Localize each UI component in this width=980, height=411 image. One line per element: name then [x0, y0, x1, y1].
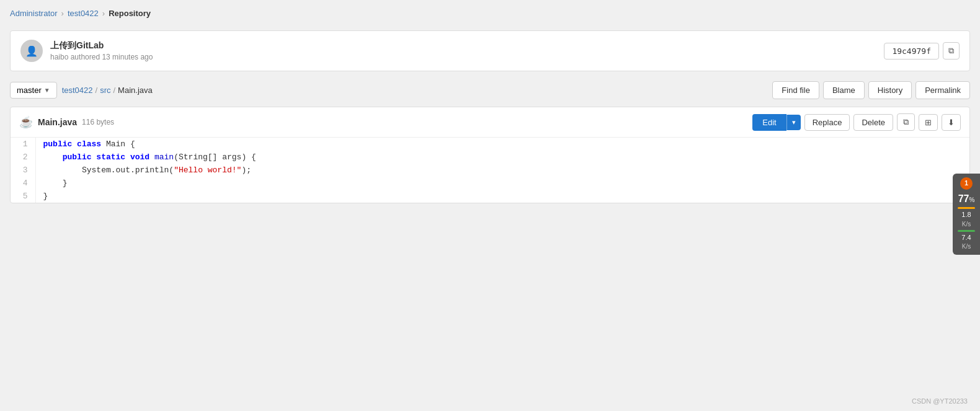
permalink-btn[interactable]: Permalink: [915, 81, 970, 99]
edit-button[interactable]: Edit: [752, 114, 786, 131]
table-row: 2 public static void main(String[] args)…: [11, 151, 969, 164]
file-path: test0422 / src / Main.java: [62, 86, 153, 95]
line-number: 1: [11, 138, 35, 151]
breadcrumb-current: Repository: [109, 9, 151, 18]
table-row: 3 System.out.println("Hello world!");: [11, 164, 969, 177]
line-code: }: [35, 190, 969, 203]
perf-unit1: K/s: [958, 220, 975, 229]
line-number: 3: [11, 164, 35, 177]
file-path-src[interactable]: src: [100, 86, 110, 95]
perf-val1: 1.8: [958, 210, 975, 219]
branch-selector[interactable]: master ▼: [10, 82, 57, 99]
file-path-project[interactable]: test0422: [62, 86, 93, 95]
file-path-name: Main.java: [118, 86, 153, 95]
commit-hash-button[interactable]: 19c4979f: [884, 43, 939, 60]
commit-info: 上传到GitLab haibo authored 13 minutes ago: [50, 40, 153, 61]
copy-hash-button[interactable]: ⧉: [943, 42, 960, 60]
table-row: 5 }: [11, 190, 969, 203]
line-number: 4: [11, 177, 35, 190]
breadcrumb-sep-1: ›: [61, 9, 64, 18]
line-code: System.out.println("Hello world!");: [35, 164, 969, 177]
commit-subtitle: haibo authored 13 minutes ago: [50, 53, 153, 61]
file-name: Main.java: [38, 117, 77, 127]
breadcrumb: Administrator › test0422 › Repository: [10, 6, 970, 20]
replace-button[interactable]: Replace: [804, 114, 850, 131]
history-btn[interactable]: History: [868, 81, 912, 99]
download-btn[interactable]: ⬇: [942, 114, 961, 131]
file-size: 116 bytes: [82, 118, 114, 126]
line-code: public static void main(String[] args) {: [35, 151, 969, 164]
avatar: 👤: [20, 40, 43, 62]
blame-btn[interactable]: Blame: [823, 81, 865, 99]
file-viewer: ☕ Main.java 116 bytes Edit ▾ Replace Del…: [10, 107, 970, 203]
chevron-down-icon: ▼: [44, 87, 50, 94]
file-viewer-header: ☕ Main.java 116 bytes Edit ▾ Replace Del…: [11, 107, 969, 138]
table-row: 1 public class Main {: [11, 138, 969, 151]
file-nav-right: Find file Blame History Permalink: [772, 81, 970, 99]
commit-left: 👤 上传到GitLab haibo authored 13 minutes ag…: [20, 40, 153, 62]
perf-bar-green: [958, 230, 975, 232]
code-area: 1 public class Main { 2 public static vo…: [11, 138, 969, 203]
table-row: 4 }: [11, 177, 969, 190]
edit-caret-button[interactable]: ▾: [786, 115, 801, 130]
branch-name: master: [17, 86, 42, 95]
file-viewer-header-left: ☕ Main.java 116 bytes: [19, 115, 114, 129]
breadcrumb-admin[interactable]: Administrator: [10, 9, 58, 18]
line-number: 5: [11, 190, 35, 203]
commit-title: 上传到GitLab: [50, 40, 153, 51]
code-table: 1 public class Main { 2 public static vo…: [11, 138, 969, 203]
file-nav-left: master ▼ test0422 / src / Main.java: [10, 82, 153, 99]
commit-card: 👤 上传到GitLab haibo authored 13 minutes ag…: [10, 30, 970, 71]
perf-unit2: K/s: [958, 242, 975, 251]
breadcrumb-project[interactable]: test0422: [68, 9, 99, 18]
line-code: }: [35, 177, 969, 190]
java-file-icon: ☕: [19, 115, 33, 129]
raw-btn[interactable]: ⊞: [919, 114, 938, 131]
path-sep-1: /: [96, 86, 98, 95]
perf-val2: 7.4: [958, 233, 975, 242]
copy-path-icon-btn[interactable]: ⧉: [897, 113, 915, 131]
perf-percent: 77%: [958, 192, 975, 206]
watermark: CSDN @YT20233: [912, 397, 968, 405]
breadcrumb-sep-2: ›: [102, 9, 105, 18]
edit-btn-group: Edit ▾: [752, 114, 800, 131]
find-file-btn[interactable]: Find file: [772, 81, 819, 99]
line-number: 2: [11, 151, 35, 164]
perf-widget[interactable]: 1 77% 1.8 K/s 7.4 K/s: [953, 174, 980, 255]
path-sep-2: /: [113, 86, 115, 95]
perf-bar-orange: [958, 207, 975, 209]
file-nav-bar: master ▼ test0422 / src / Main.java Find…: [10, 81, 970, 99]
perf-badge: 1: [960, 177, 973, 190]
file-viewer-header-right: Edit ▾ Replace Delete ⧉ ⊞ ⬇: [752, 113, 961, 131]
delete-button[interactable]: Delete: [853, 114, 893, 131]
commit-right: 19c4979f ⧉: [884, 42, 960, 60]
line-code: public class Main {: [35, 138, 969, 151]
